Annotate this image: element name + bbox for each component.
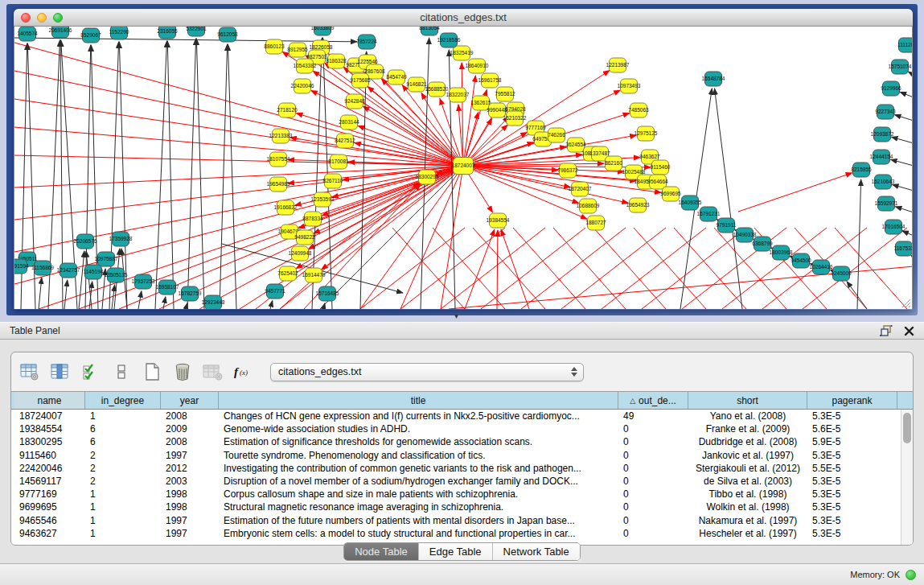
network-node[interactable]: 12213383 [269, 129, 293, 143]
network-node[interactable]: 10973493 [618, 79, 641, 93]
network-node[interactable]: 9791911 [717, 218, 737, 233]
network-node[interactable]: 19166822 [274, 200, 298, 215]
network-node[interactable]: 9175685 [350, 73, 371, 88]
table-row[interactable]: 1456911722003Disruption of a novel membe… [11, 475, 913, 488]
network-node[interactable]: 7857224 [356, 35, 377, 49]
network-node[interactable]: 11156869 [31, 261, 54, 275]
table-cell[interactable]: 0 [618, 514, 688, 527]
network-node[interactable]: 12975125 [634, 126, 658, 141]
function-builder-icon[interactable]: f(x) [233, 361, 254, 382]
network-node[interactable]: 22420046 [291, 79, 314, 93]
network-node[interactable]: 9227343 [875, 105, 896, 119]
network-node[interactable]: 1167533 [894, 241, 913, 256]
network-edge-black[interactable] [857, 179, 861, 309]
network-node[interactable]: 8427512 [335, 134, 355, 148]
network-node[interactable]: 18724007 [452, 158, 475, 175]
table-cell[interactable]: 0 [618, 449, 688, 462]
table-cell[interactable]: 6 [85, 435, 161, 448]
network-node[interactable]: 1880727 [585, 216, 606, 230]
table-cell[interactable]: 5.3E-5 [807, 488, 897, 501]
table-cell[interactable]: Changes of HCN gene expression and I(f) … [219, 410, 618, 422]
table-cell[interactable]: 9465546 [14, 514, 85, 527]
network-edge-black[interactable] [220, 44, 228, 309]
network-edge-black[interactable] [86, 251, 92, 309]
network-edge-red[interactable] [738, 173, 852, 212]
network-node[interactable]: 8186328 [326, 54, 347, 68]
close-icon[interactable] [904, 326, 914, 336]
table-cell[interactable]: 22420046 [14, 462, 85, 475]
column-header-short[interactable]: short [688, 392, 807, 409]
table-cell[interactable]: Genome-wide association studies in ADHD. [219, 422, 618, 435]
table-cell[interactable]: Estimation of significance thresholds fo… [219, 435, 618, 448]
network-edge-red[interactable] [553, 228, 626, 309]
table-cell[interactable]: 0 [618, 527, 688, 540]
table-cell[interactable]: 5.3E-5 [807, 475, 897, 488]
network-node[interactable]: 2718120 [277, 103, 298, 117]
table-cell[interactable]: 9115460 [14, 449, 85, 462]
close-window-button[interactable] [21, 13, 31, 23]
network-node[interactable]: 18300295 [416, 170, 439, 184]
network-node[interactable]: 16409355 [679, 196, 702, 210]
network-node[interactable]: 15592971 [875, 196, 898, 211]
table-settings-icon[interactable] [19, 361, 40, 382]
network-edge-red[interactable] [360, 228, 465, 309]
table-cell[interactable]: 1997 [161, 527, 219, 540]
delete-column-icon[interactable] [203, 361, 224, 382]
network-node[interactable]: 16210322 [503, 111, 527, 126]
table-cell[interactable]: 5.3E-5 [807, 501, 897, 513]
network-node[interactable]: 15688520 [425, 82, 449, 97]
table-cell[interactable]: 14569117 [14, 475, 85, 488]
table-row[interactable]: 969969511998Structural magnetic resonanc… [11, 501, 913, 513]
table-cell[interactable]: 1 [85, 410, 161, 422]
table-cell[interactable]: 1998 [161, 488, 219, 501]
network-node[interactable]: 9245009 [831, 266, 852, 281]
network-node[interactable]: 7625402 [277, 266, 298, 281]
network-node[interactable]: 20206576 [74, 234, 97, 249]
network-node[interactable]: 10688609 [577, 199, 600, 213]
network-node[interactable]: 7955812 [495, 87, 515, 101]
panel-splitter[interactable]: ▾ [0, 315, 924, 322]
column-settings-icon[interactable] [50, 361, 71, 382]
network-node[interactable]: 8215955 [851, 163, 872, 177]
table-row[interactable]: 1938455462009Genome-wide association stu… [11, 422, 913, 435]
network-edge-black[interactable] [900, 92, 913, 97]
table-cell[interactable]: 5.3E-5 [807, 527, 897, 540]
network-node[interactable]: 8267110 [323, 174, 343, 188]
table-cell[interactable]: 1 [85, 514, 161, 527]
table-cell[interactable]: 2 [85, 462, 161, 475]
network-node[interactable]: 7485063 [628, 103, 649, 117]
network-edge-red[interactable] [358, 126, 463, 166]
table-cell[interactable]: Disruption of a novel member of a sodium… [219, 475, 618, 488]
network-edge-black[interactable] [155, 41, 166, 309]
network-node[interactable]: 10543382 [294, 59, 317, 73]
network-edge-red[interactable] [14, 127, 463, 166]
tab-node-table[interactable]: Node Table [344, 543, 419, 560]
network-edge-black[interactable] [893, 184, 913, 191]
table-cell[interactable]: Nakamura et al. (1997) [688, 514, 807, 527]
network-edge-black[interactable] [163, 297, 166, 309]
table-cell[interactable]: 2008 [161, 435, 219, 448]
network-edge-black[interactable] [39, 278, 42, 309]
table-cell[interactable]: 0 [618, 501, 688, 513]
table-cell[interactable]: Embryonic stem cells: a model to study s… [219, 527, 618, 540]
table-cell[interactable]: 5.3E-5 [807, 410, 897, 422]
column-header-name[interactable]: name [14, 392, 85, 409]
network-edge-black[interactable] [714, 89, 742, 309]
network-edge-red[interactable] [14, 155, 463, 166]
network-node[interactable]: 12353593 [311, 192, 335, 207]
table-cell[interactable]: Tourette syndrome. Phenomenology and cla… [219, 449, 618, 462]
table-cell[interactable]: 19384554 [14, 422, 85, 435]
network-node[interactable]: 12342757 [57, 263, 80, 278]
network-edge-red[interactable] [521, 228, 626, 309]
table-cell[interactable]: 0 [618, 475, 688, 488]
table-row[interactable]: 1830029562008Estimation of significance … [11, 435, 913, 448]
table-cell[interactable]: Corpus callosum shape and size in male p… [219, 488, 618, 501]
network-edge-black[interactable] [79, 251, 84, 309]
network-edge-red[interactable] [433, 228, 505, 309]
table-row[interactable]: 1872400712008Changes of HCN gene express… [11, 410, 913, 422]
network-node[interactable]: 19218586 [437, 33, 461, 47]
network-node[interactable]: 9129966 [881, 81, 901, 96]
network-node[interactable]: 9498222 [294, 230, 315, 245]
table-cell[interactable]: Hescheler et al. (1997) [688, 527, 807, 540]
network-node[interactable]: 19654985 [267, 177, 290, 192]
